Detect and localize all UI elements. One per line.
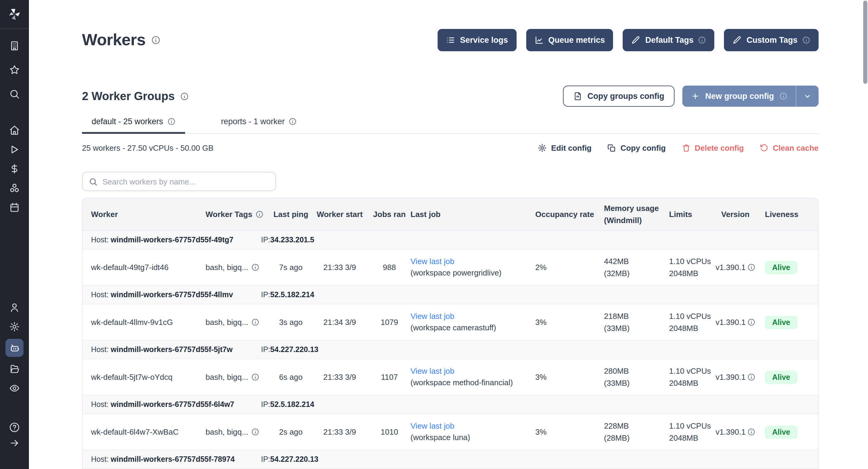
copy-config-button[interactable]: Copy config [607,144,666,153]
tags-info-icon[interactable] [251,318,259,326]
sidebar-item-search[interactable] [5,87,24,101]
file-code-icon [573,92,582,101]
service-logs-label: Service logs [460,36,508,44]
clean-cache-button[interactable]: Clean cache [760,144,818,153]
jobs-ran: 1010 [368,428,410,436]
worker-group-tabs: default - 25 workers reports - 1 worker [82,113,818,134]
worker-tags-info-icon[interactable] [255,210,263,218]
view-last-job-link[interactable]: View last job [410,366,455,375]
windmill-logo[interactable] [0,0,29,29]
vertical-scrollbar-thumb[interactable] [863,1,867,84]
limits: 1.10 vCPUs 2048MB [661,365,712,389]
view-last-job-link[interactable]: View last job [410,421,455,430]
custom-tags-info-icon[interactable] [802,36,810,44]
eye-icon [9,383,20,394]
sidebar-item-audit[interactable] [5,381,24,396]
queue-metrics-button[interactable]: Queue metrics [526,29,613,51]
new-group-config-main[interactable]: New group config [682,86,796,107]
worker-name: wk-default-6l4w7-XwBaC [83,428,199,436]
memory-usage: 442MB (32MB) [594,256,661,279]
tab-reports-info-icon[interactable] [289,118,297,125]
liveness-badge: Alive [765,425,798,439]
worker-tags: bash, bigq... [206,428,248,436]
sidebar-item-workspace[interactable] [5,39,24,53]
host-row: Host: windmill-workers-67757d55f-49tg7 I… [83,231,818,250]
worker-groups-info-icon[interactable] [180,92,189,100]
sidebar-item-users[interactable] [5,300,24,315]
worker-groups-heading: 2 Worker Groups [82,90,175,103]
sidebar-item-settings[interactable] [5,319,24,334]
group-summary: 25 workers - 27.50 vCPUs - 50.00 GB [82,144,213,153]
copy-groups-config-button[interactable]: Copy groups config [563,86,675,107]
help-circle-icon [9,422,20,433]
gear-icon [538,144,547,153]
worker-start: 21:34 3/9 [311,318,368,327]
host-ip: 54.227.220.13 [270,455,318,464]
last-job-workspace: (workspace powergridlive) [410,268,501,277]
sidebar-item-home[interactable] [5,123,24,137]
custom-tags-label: Custom Tags [747,36,798,44]
col-header-jobs: Jobs ran [368,210,410,219]
refresh-icon [760,144,769,153]
sidebar-item-folders[interactable] [5,362,24,376]
new-group-config-dropdown[interactable] [796,86,818,107]
tags-info-icon[interactable] [251,263,259,271]
default-tags-info-icon[interactable] [698,36,706,44]
sidebar-item-schedules[interactable] [5,200,24,215]
new-group-config-info-icon[interactable] [779,92,787,100]
custom-tags-button[interactable]: Custom Tags [724,29,818,51]
table-header-row: Worker Worker Tags Last ping Worker star… [83,198,818,231]
play-icon [9,144,20,155]
sidebar-item-variables[interactable] [5,162,24,176]
worker-tags: bash, bigq... [206,373,248,382]
chevron-down-icon [803,92,812,101]
version-info-icon[interactable] [747,318,755,326]
host-row: Host: windmill-workers-67757d55f-78974 I… [83,450,818,469]
boxes-icon [9,183,20,193]
edit-config-label: Edit config [551,144,591,153]
version-info-icon[interactable] [747,373,755,381]
search-icon [9,89,20,99]
delete-config-button[interactable]: Delete config [681,144,744,153]
memory-usage: 228MB (28MB) [594,420,661,444]
tab-reports[interactable]: reports - 1 worker [211,113,307,134]
star-icon [9,64,20,75]
calendar-icon [9,202,20,213]
default-tags-button[interactable]: Default Tags [623,29,715,51]
search-input[interactable] [102,177,270,186]
col-header-worker: Worker [83,210,199,219]
service-logs-button[interactable]: Service logs [438,29,516,51]
workers-info-icon[interactable] [152,36,161,44]
sidebar-collapse-toggle[interactable] [5,436,24,450]
chart-icon [534,36,544,44]
worker-tags: bash, bigq... [206,318,248,327]
sidebar-item-favorites[interactable] [5,63,24,77]
gear-icon [9,321,20,332]
edit-config-button[interactable]: Edit config [538,144,591,153]
view-last-job-link[interactable]: View last job [410,256,455,265]
worker-name: wk-default-4llmv-9v1cG [83,318,199,327]
robot-icon [9,342,20,353]
occupancy-rate: 2% [528,263,594,272]
sidebar-item-runs[interactable] [5,142,24,157]
default-tags-label: Default Tags [645,36,693,44]
col-header-start: Worker start [311,210,368,219]
tab-default[interactable]: default - 25 workers [82,113,185,134]
host-row: Host: windmill-workers-67757d55f-5jt7w I… [83,341,818,359]
tags-info-icon[interactable] [251,373,259,381]
main-content: Workers Service logs [29,0,868,469]
version-info-icon[interactable] [747,428,755,436]
tab-default-info-icon[interactable] [167,118,175,125]
sidebar [0,0,29,469]
search-icon [89,177,98,186]
sidebar-item-help[interactable] [5,420,24,435]
host-name: windmill-workers-67757d55f-4llmv [111,290,233,299]
sidebar-item-resources[interactable] [5,181,24,195]
sidebar-item-workers[interactable] [5,339,24,357]
home-icon [9,125,20,136]
col-header-limits: Limits [661,210,712,219]
new-group-config-button[interactable]: New group config [682,86,818,107]
version-info-icon[interactable] [747,263,755,271]
tags-info-icon[interactable] [251,428,259,436]
view-last-job-link[interactable]: View last job [410,311,455,320]
